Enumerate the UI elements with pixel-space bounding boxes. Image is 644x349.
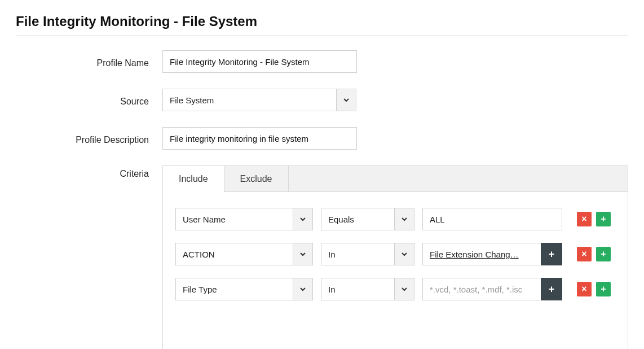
source-select[interactable]: File System (162, 89, 628, 111)
criteria-field-select[interactable]: User Name (175, 208, 313, 230)
remove-criteria-button[interactable]: × (577, 282, 592, 296)
profile-description-label: Profile Description (16, 132, 162, 145)
criteria-field-value: ACTION (175, 243, 293, 265)
criteria-field-value: File Type (175, 278, 293, 300)
criteria-field-toggle[interactable] (293, 243, 313, 265)
criteria-value-text: File Extension Chang… (430, 250, 536, 259)
criteria-label: Criteria (16, 165, 162, 179)
add-value-button[interactable]: + (541, 243, 562, 265)
criteria-row: User Name Equals ALL (175, 208, 615, 230)
criteria-operator-select[interactable]: In (321, 243, 414, 265)
chevron-down-icon (299, 251, 306, 258)
criteria-tabbar: Include Exclude (162, 165, 628, 191)
source-select-toggle[interactable] (336, 89, 356, 111)
chevron-down-icon (299, 286, 306, 293)
profile-description-input[interactable] (162, 127, 357, 150)
add-criteria-button[interactable]: + (596, 212, 611, 226)
criteria-value-text: *.vcd, *.toast, *.mdf, *.isc (430, 285, 536, 294)
source-label: Source (16, 93, 162, 107)
criteria-operator-value: Equals (321, 208, 394, 230)
profile-name-label: Profile Name (16, 55, 162, 68)
criteria-value-input[interactable]: File Extension Chang… + (422, 243, 562, 265)
add-criteria-button[interactable]: + (596, 282, 611, 296)
criteria-field-toggle[interactable] (293, 208, 313, 230)
criteria-operator-toggle[interactable] (394, 243, 414, 265)
tab-exclude[interactable]: Exclude (224, 166, 289, 192)
tab-include[interactable]: Include (163, 166, 224, 192)
criteria-operator-toggle[interactable] (394, 278, 414, 300)
chevron-down-icon (343, 97, 350, 103)
criteria-field-toggle[interactable] (293, 278, 313, 300)
criteria-operator-select[interactable]: Equals (321, 208, 414, 230)
add-value-button[interactable]: + (541, 278, 562, 300)
divider (16, 35, 628, 36)
source-select-value: File System (162, 89, 336, 111)
criteria-row: File Type In *.vcd, *.toast, *.mdf, *.is… (175, 278, 615, 300)
chevron-down-icon (299, 216, 306, 223)
criteria-value-input[interactable]: *.vcd, *.toast, *.mdf, *.isc + (422, 278, 562, 300)
chevron-down-icon (401, 286, 408, 293)
criteria-operator-value: In (321, 278, 394, 300)
criteria-value-text: ALL (430, 215, 555, 224)
chevron-down-icon (401, 216, 408, 223)
criteria-tab-body: User Name Equals ALL (162, 191, 628, 349)
profile-name-input[interactable] (162, 50, 357, 73)
remove-criteria-button[interactable]: × (577, 247, 592, 261)
chevron-down-icon (401, 251, 408, 258)
criteria-row: ACTION In File Extension Chang… + (175, 243, 615, 265)
criteria-value-input[interactable]: ALL (422, 208, 562, 230)
criteria-operator-select[interactable]: In (321, 278, 414, 300)
criteria-field-select[interactable]: ACTION (175, 243, 313, 265)
criteria-field-select[interactable]: File Type (175, 278, 313, 300)
criteria-field-value: User Name (175, 208, 293, 230)
add-criteria-button[interactable]: + (596, 247, 611, 261)
criteria-operator-toggle[interactable] (394, 208, 414, 230)
remove-criteria-button[interactable]: × (577, 212, 592, 226)
page-title: File Integrity Monitoring - File System (16, 14, 628, 29)
criteria-operator-value: In (321, 243, 394, 265)
